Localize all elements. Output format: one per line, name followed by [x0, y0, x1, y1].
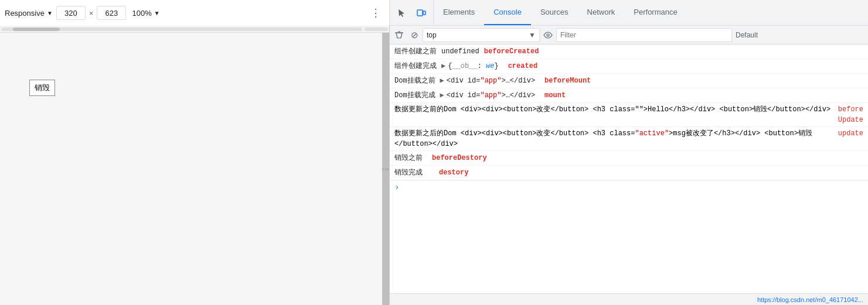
svg-rect-0: [417, 10, 423, 16]
row5-text: 数据更新之前的Dom <div><div><button>改变</button>…: [394, 104, 833, 115]
console-row-created: 组件创建完成 ▶ {__ob__: we} created: [390, 59, 868, 74]
responsive-label: Responsive: [5, 9, 45, 18]
console-toolbar: ⊘ top ▼ Default: [390, 26, 868, 44]
console-row-beforecreated: 组件创建之前 undefined beforeCreated: [390, 44, 868, 59]
row4-value: <div id="app">…</div>: [447, 90, 535, 101]
row6-lifecycle: update: [838, 128, 863, 139]
row2-lifecycle: created: [508, 61, 537, 71]
row5-label: 数据更新之前的Dom: [394, 105, 457, 114]
resize-handle[interactable]: ⋮: [382, 33, 389, 305]
row4-label: Dom挂载完成: [394, 90, 435, 101]
svg-rect-1: [423, 11, 426, 15]
content-row: 销毁 ⋮ ⊘ top: [0, 26, 868, 305]
row4-expand[interactable]: ▶: [440, 90, 444, 101]
console-row-destory: 销毁完成 destory: [390, 166, 868, 180]
row2-value: {__ob__: we}: [448, 61, 498, 71]
zoom-arrow-icon: ▼: [154, 10, 160, 16]
tab-elements[interactable]: Elements: [434, 0, 484, 25]
console-prompt-icon: ›: [394, 183, 399, 192]
preview-scrollbar[interactable]: [0, 26, 389, 33]
svg-marker-2: [396, 33, 402, 38]
console-row-update: 数据更新之后的Dom <div><div><button>改变</button>…: [390, 127, 868, 151]
devtools-panel: ⊘ top ▼ Default 组件创建之前: [390, 26, 868, 305]
tab-network[interactable]: Network: [578, 0, 625, 25]
row3-label: Dom挂载之前: [394, 76, 435, 86]
preview-panel: 销毁 ⋮: [0, 26, 390, 305]
row7-label: 销毁之前: [394, 153, 423, 163]
row5-lifecycle: beforeUpdate: [838, 104, 863, 125]
console-input-row: ›: [390, 180, 868, 194]
preview-content: 销毁 ⋮: [0, 33, 389, 305]
clear-console-button[interactable]: [392, 28, 406, 42]
app-container: Responsive ▼ × 100% ▼ ⋮: [0, 0, 868, 305]
more-options-button[interactable]: ⋮: [367, 4, 384, 22]
row8-lifecycle: destory: [439, 167, 468, 178]
tab-performance[interactable]: Performance: [624, 0, 686, 25]
stop-icon-button[interactable]: ⊘: [407, 28, 421, 42]
status-bar: https://blog.csdn.net/m0_46171042...: [390, 293, 868, 305]
console-row-beforemount: Dom挂载之前 ▶ <div id="app">…</div> beforeMo…: [390, 74, 868, 88]
zoom-label: 100%: [132, 9, 151, 18]
row1-value: undefined: [441, 46, 479, 57]
zoom-select[interactable]: 100% ▼: [132, 9, 159, 18]
tab-console[interactable]: Console: [484, 0, 531, 25]
console-row-mount: Dom挂载完成 ▶ <div id="app">…</div> mount: [390, 88, 868, 103]
filter-input[interactable]: [556, 28, 732, 42]
status-url: https://blog.csdn.net/m0_46171042...: [757, 296, 863, 303]
svg-point-5: [547, 34, 549, 36]
responsive-arrow-icon: ▼: [47, 10, 53, 16]
tab-sources[interactable]: Sources: [531, 0, 578, 25]
console-input[interactable]: [403, 183, 863, 191]
console-output: 组件创建之前 undefined beforeCreated 组件创建完成 ▶ …: [390, 44, 868, 293]
row2-label: 组件创建完成: [394, 61, 437, 71]
row6-label: 数据更新之后的Dom: [394, 129, 457, 138]
row3-expand[interactable]: ▶: [440, 76, 444, 86]
responsive-select[interactable]: Responsive ▼: [5, 9, 53, 18]
scroll-track: [1, 28, 362, 31]
scroll-track-right: [365, 28, 388, 31]
row4-lifecycle: mount: [544, 90, 566, 101]
device-toggle-button[interactable]: [412, 4, 431, 22]
dimension-x-separator: ×: [89, 9, 94, 18]
height-input[interactable]: [97, 6, 126, 20]
row7-lifecycle: beforeDestory: [432, 153, 487, 163]
context-value: top: [427, 31, 437, 39]
devtools-icon-buttons: [390, 0, 434, 25]
row1-label: 组件创建之前: [394, 46, 437, 57]
cursor-icon-button[interactable]: [392, 4, 411, 22]
default-label: Default: [736, 31, 758, 39]
row3-lifecycle: beforeMount: [544, 76, 591, 86]
eye-button[interactable]: [541, 28, 555, 42]
context-arrow-icon: ▼: [529, 31, 536, 39]
row6-text: 数据更新之后的Dom <div><div><button>改变</button>…: [394, 128, 833, 149]
console-row-beforeupdate: 数据更新之前的Dom <div><div><button>改变</button>…: [390, 103, 868, 127]
scroll-thumb: [13, 28, 60, 31]
row2-expand[interactable]: ▶: [441, 61, 445, 71]
row8-label: 销毁完成: [394, 167, 423, 178]
devtools-tabs: Elements Console Sources Network Perform…: [434, 0, 687, 25]
browser-toolbar: Responsive ▼ × 100% ▼ ⋮: [0, 0, 390, 26]
context-select[interactable]: top ▼: [423, 28, 540, 42]
width-input[interactable]: [56, 6, 86, 20]
devtools-header: Elements Console Sources Network Perform…: [390, 0, 868, 26]
row1-lifecycle: beforeCreated: [484, 46, 539, 57]
row6-value: <div><div><button>改变</button> <h3 class=…: [394, 129, 812, 148]
top-row: Responsive ▼ × 100% ▼ ⋮: [0, 0, 868, 26]
row3-value: <div id="app">…</div>: [447, 76, 535, 86]
console-row-beforedestory: 销毁之前 beforeDestory: [390, 151, 868, 166]
destroy-button[interactable]: 销毁: [29, 80, 55, 96]
row5-value: <div><div><button>改变</button> <h3 class=…: [461, 105, 830, 114]
